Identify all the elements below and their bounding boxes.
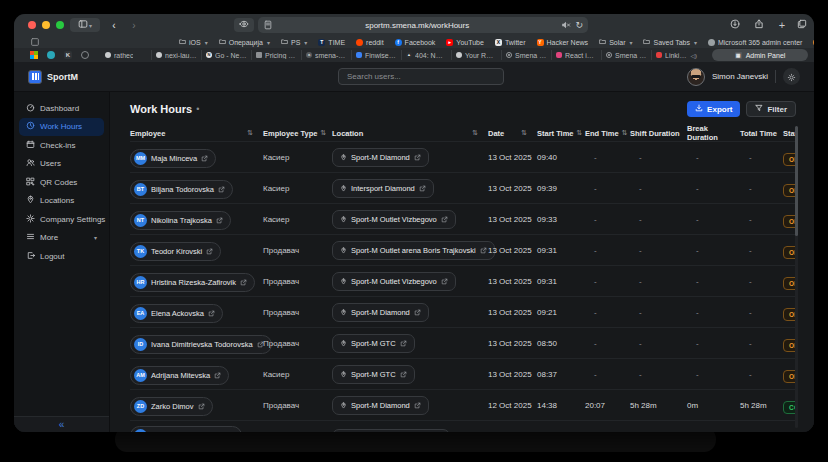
folder-icon (643, 38, 650, 46)
location-chip[interactable]: Intersport Diamond (332, 179, 434, 198)
location-chip[interactable]: Sport-M GTC (332, 365, 415, 384)
tab-overview-button[interactable] (793, 18, 811, 32)
sidebar-item-work-hours[interactable]: Work Hours (19, 118, 104, 137)
employee-chip[interactable]: TKTeodor Kirovski (130, 242, 221, 261)
reading-list-icon[interactable] (30, 37, 40, 48)
forward-button[interactable]: › (126, 18, 142, 32)
pinned-tab[interactable] (47, 51, 55, 59)
reload-icon[interactable]: ↻ (575, 20, 583, 30)
tab-item[interactable]: Linkin...◁) (651, 50, 701, 60)
bookmark-item[interactable]: YHacker News (537, 38, 589, 46)
tab-item[interactable]: Smena -... (601, 50, 651, 60)
bookmark-item[interactable]: Microsoft 365 admin center (708, 38, 802, 46)
date: 13 Oct 2025 (488, 184, 537, 193)
privacy-report-button[interactable] (234, 18, 254, 32)
employee-chip[interactable]: ZDZarko Dimov (130, 397, 213, 416)
close-window-button[interactable] (28, 21, 36, 29)
location-chip[interactable]: Sport-M Diamond (332, 396, 429, 415)
pinned-tab[interactable] (30, 51, 38, 59)
tab-item[interactable]: asmena-m... (301, 50, 351, 60)
sort-icon[interactable]: ⇅ (320, 129, 326, 137)
target-favicon (506, 52, 512, 58)
pinned-tab[interactable] (81, 51, 89, 59)
sidebar-item-check-ins[interactable]: Check-ins (19, 136, 104, 155)
sidebar-item-qr-codes[interactable]: QR Codes (19, 173, 104, 192)
column-header[interactable]: Start Time⇅ (537, 129, 585, 138)
user-avatar[interactable] (687, 68, 705, 86)
sort-icon[interactable]: ⇅ (622, 129, 628, 137)
zoom-window-button[interactable] (56, 21, 64, 29)
settings-button[interactable] (783, 68, 800, 85)
pinned-tab[interactable]: K (64, 51, 72, 59)
address-bar[interactable]: sportm.smena.mk/workHours ↻ (258, 17, 588, 33)
location-chip[interactable]: Sport-M Diamond (332, 303, 429, 322)
bookmark-item[interactable]: PS▾ (281, 38, 307, 46)
bookmark-item[interactable]: TTIME (318, 38, 345, 46)
employee-chip[interactable]: EAElena Ackovska (130, 304, 223, 323)
header-divider (775, 70, 776, 83)
bookmark-item[interactable]: ▾ (813, 38, 814, 46)
employee-chip[interactable]: AMAdrijana Mitevska (130, 366, 229, 385)
search-input[interactable] (338, 68, 504, 85)
share-button[interactable] (750, 18, 768, 32)
column-header[interactable]: Employee Type⇅ (263, 129, 332, 138)
column-header[interactable]: Location⇅ (332, 129, 488, 138)
table-scrollbar[interactable] (795, 126, 798, 428)
tab-item[interactable]: Pricing st... (251, 50, 301, 60)
bookmark-item[interactable]: ▸YouTube (446, 38, 484, 46)
new-tab-button[interactable]: + (774, 18, 790, 32)
tab-item[interactable]: React ico... (551, 50, 601, 60)
tab-item[interactable]: rathec (101, 50, 151, 60)
bookmark-item[interactable]: Saved Tabs▾ (643, 38, 696, 46)
table-row: MMMaja MincevaКасиерSport-M Diamond13 Oc… (130, 141, 796, 172)
bookmark-item[interactable]: fFacebook (395, 38, 436, 46)
bookmark-item[interactable]: Операција▾ (219, 38, 270, 46)
bookmark-item[interactable]: reddit (356, 38, 384, 46)
tab-item[interactable]: nexi-laun... (151, 50, 201, 60)
location-chip[interactable]: Sport-M Outlet Vizbegovo (332, 210, 456, 229)
location-chip[interactable]: Sport-M Outlet Vizbegovo (332, 272, 456, 291)
bookmark-item[interactable]: Solar▾ (599, 38, 632, 46)
employee-chip[interactable]: BTBiljana Todorovska (130, 180, 233, 199)
tab-item[interactable]: Smena -... (501, 50, 551, 60)
bookmark-item[interactable]: XTwitter (495, 38, 526, 46)
employee-chip[interactable]: NTNikolina Trajkoska (130, 211, 231, 230)
filter-button[interactable]: Filter (746, 101, 796, 117)
location-chip[interactable] (332, 429, 450, 432)
minimize-window-button[interactable] (42, 21, 50, 29)
employee-chip[interactable] (130, 426, 242, 432)
location-chip[interactable]: Sport-M Diamond (332, 148, 429, 167)
tab-admin-panel[interactable]: ▦ Admin Panel (712, 49, 808, 61)
tab-item[interactable]: Finwise -... (351, 50, 401, 60)
sort-icon[interactable]: ⇅ (577, 129, 583, 137)
sort-icon[interactable]: ⇅ (247, 129, 253, 137)
sidebar-item-dashboard[interactable]: Dashboard (19, 99, 104, 118)
column-header[interactable]: End Time⇅ (585, 129, 630, 138)
column-header[interactable]: Employee⇅ (130, 129, 263, 138)
location-chip[interactable]: Sport-M Outlet arena Boris Trajkovski (332, 241, 495, 260)
back-button[interactable]: ‹ (106, 18, 122, 32)
employee-chip[interactable]: IDIvana Dimitrievska Todorovska (130, 335, 272, 354)
employee-chip[interactable]: MMMaja Minceva (130, 149, 216, 168)
sidebar-item-users[interactable]: Users (19, 155, 104, 174)
tab-item[interactable]: Your Rep... (451, 50, 501, 60)
sidebar-item-company-settings[interactable]: Company Settings (19, 210, 104, 229)
sidebar-item-more[interactable]: More▾ (19, 229, 104, 248)
employee-chip[interactable]: HRHristina Rizeska-Zafirovik (130, 273, 255, 292)
collapse-sidebar-button[interactable]: « (14, 416, 109, 432)
tab-item[interactable]: NGo - Next... (201, 50, 251, 60)
export-button[interactable]: Export (687, 101, 740, 117)
sidebar-toggle-button[interactable]: ▾ (70, 18, 100, 32)
column-header[interactable]: Date⇅ (488, 129, 537, 138)
gauge-icon (26, 103, 35, 114)
sort-icon[interactable]: ⇅ (521, 129, 527, 137)
downloads-button[interactable] (726, 18, 744, 32)
sort-icon[interactable]: ⇅ (472, 129, 478, 137)
sidebar-item-locations[interactable]: Locations (19, 192, 104, 211)
circlea-favicon: a (306, 52, 312, 58)
tab-item[interactable]: ▲404: NOT... (401, 50, 451, 60)
sidebar-item-logout[interactable]: Logout (19, 247, 104, 266)
location-chip[interactable]: Sport-M GTC (332, 334, 415, 353)
mute-audio-icon[interactable] (561, 16, 571, 34)
bookmark-item[interactable]: iOS▾ (179, 38, 208, 46)
